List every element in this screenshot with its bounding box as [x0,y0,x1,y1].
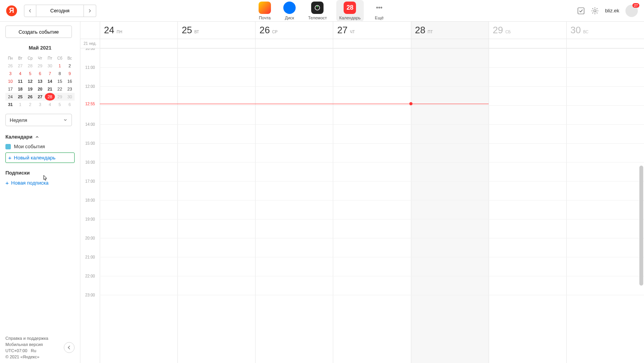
scrollbar[interactable] [639,70,643,363]
day-header[interactable]: 25ВТ [177,22,255,39]
mini-calendar-day[interactable]: 9 [65,70,75,77]
checkmark-icon[interactable] [577,7,585,15]
mini-calendar-day[interactable]: 4 [15,70,26,77]
mini-calendar-day[interactable]: 28 [45,93,55,101]
day-header[interactable]: 26СР [255,22,333,39]
hour-label: 19:00 [80,217,100,221]
day-column[interactable] [177,48,255,363]
allday-slot[interactable] [100,39,177,48]
mini-calendar-day[interactable]: 3 [35,101,45,108]
mini-calendar-day[interactable]: 25 [15,93,26,101]
mini-calendar-day[interactable]: 24 [5,93,15,101]
day-column[interactable] [566,48,644,363]
service-cal[interactable]: 28Календарь [336,0,364,22]
mini-calendar-day[interactable]: 10 [5,77,15,85]
mini-calendar-day[interactable]: 14 [45,77,55,85]
now-line [100,104,489,104]
help-link[interactable]: Справка и поддержка [5,336,48,341]
language-link[interactable]: Ru [31,348,36,353]
service-disk[interactable]: Диск [280,0,299,22]
mini-calendar-day[interactable]: 21 [45,85,55,93]
mini-calendar-day[interactable]: 5 [55,101,65,108]
mini-calendar-day[interactable]: 5 [25,70,35,77]
avatar[interactable]: 27 [625,5,638,17]
mini-calendar-day[interactable]: 1 [55,62,65,70]
new-calendar-button[interactable]: + Новый календарь [5,152,75,163]
mini-calendar-day[interactable]: 31 [5,101,15,108]
mini-calendar-day[interactable]: 2 [25,101,35,108]
day-column[interactable] [489,48,566,363]
hour-label: 18:00 [80,198,100,202]
calendar-checkbox[interactable] [5,144,11,149]
today-button[interactable]: Сегодня [36,5,84,17]
time-grid[interactable]: 10:0011:0012:0014:0015:0016:0017:0018:00… [80,48,644,363]
allday-slot[interactable] [489,39,566,48]
new-subscription-button[interactable]: + Новая подписка [5,180,75,186]
mini-calendar-day[interactable]: 29 [35,62,45,70]
allday-slot[interactable] [333,39,411,48]
mini-calendar-day[interactable]: 26 [5,62,15,70]
next-button[interactable] [84,5,96,17]
mini-calendar-day[interactable]: 18 [15,85,26,93]
mini-calendar-day[interactable]: 7 [45,70,55,77]
create-event-button[interactable]: Создать событие [5,26,72,38]
mini-calendar-day[interactable]: 12 [25,77,35,85]
timezone-link[interactable]: UTC+07:00 [5,348,27,353]
weekday-header: Ср [25,55,35,62]
mini-calendar-day[interactable]: 15 [55,77,65,85]
mini-calendar-day[interactable]: 20 [35,85,45,93]
allday-slot[interactable] [177,39,255,48]
more-icon: ••• [373,2,385,14]
service-more[interactable]: •••Ещё [370,0,388,22]
day-column[interactable] [411,48,489,363]
allday-slot[interactable] [566,39,644,48]
gear-icon[interactable] [591,7,599,15]
hour-label: 16:00 [80,160,100,164]
view-select[interactable]: Неделя [5,114,72,126]
scrollbar-thumb[interactable] [639,166,643,286]
allday-slot[interactable] [411,39,489,48]
service-tele[interactable]: Телемост [305,0,330,22]
mini-calendar-day[interactable]: 26 [25,93,35,101]
hour-label: 17:00 [80,179,100,183]
collapse-sidebar-button[interactable] [64,342,75,353]
mini-calendar-day[interactable]: 6 [65,101,75,108]
mini-calendar-day[interactable]: 29 [55,93,65,101]
day-header[interactable]: 30ВС [566,22,644,39]
mini-calendar-day[interactable]: 28 [25,62,35,70]
mini-calendar-day[interactable]: 8 [55,70,65,77]
day-header[interactable]: 24ПН [100,22,177,39]
prev-button[interactable] [24,5,36,17]
day-column[interactable] [100,48,177,363]
mobile-link[interactable]: Мобильная версия [5,342,43,347]
day-header[interactable]: 27ЧТ [333,22,411,39]
mini-calendar-day[interactable]: 4 [45,101,55,108]
day-column[interactable] [333,48,411,363]
yandex-logo[interactable]: Я [6,5,17,16]
mini-calendar-day[interactable]: 27 [35,93,45,101]
day-column[interactable] [255,48,333,363]
mini-calendar-day[interactable]: 30 [65,93,75,101]
service-mail[interactable]: Почта [256,0,274,22]
mini-calendar-day[interactable]: 2 [65,62,75,70]
mini-calendar-day[interactable]: 27 [15,62,26,70]
mini-calendar-day[interactable]: 19 [25,85,35,93]
mini-calendar-day[interactable]: 1 [15,101,26,108]
mini-calendar-day[interactable]: 17 [5,85,15,93]
mini-calendar-day[interactable]: 3 [5,70,15,77]
day-header[interactable]: 28ПТ [411,22,489,39]
username[interactable]: bliz.ek [605,8,619,14]
mini-calendar-day[interactable]: 6 [35,70,45,77]
calendars-section-header[interactable]: Календари [5,134,75,140]
mini-calendar-day[interactable]: 23 [65,85,75,93]
mini-calendar-day[interactable]: 22 [55,85,65,93]
mini-calendar-day[interactable]: 13 [35,77,45,85]
weekday-header: Вт [15,55,26,62]
mini-calendar-day[interactable]: 30 [45,62,55,70]
calendar-item-my-events[interactable]: Мои события [5,144,75,149]
day-header[interactable]: 29СБ [489,22,566,39]
mini-calendar-day[interactable]: 16 [65,77,75,85]
mini-calendar-day[interactable]: 11 [15,77,26,85]
plus-icon: + [5,180,9,186]
allday-slot[interactable] [255,39,333,48]
